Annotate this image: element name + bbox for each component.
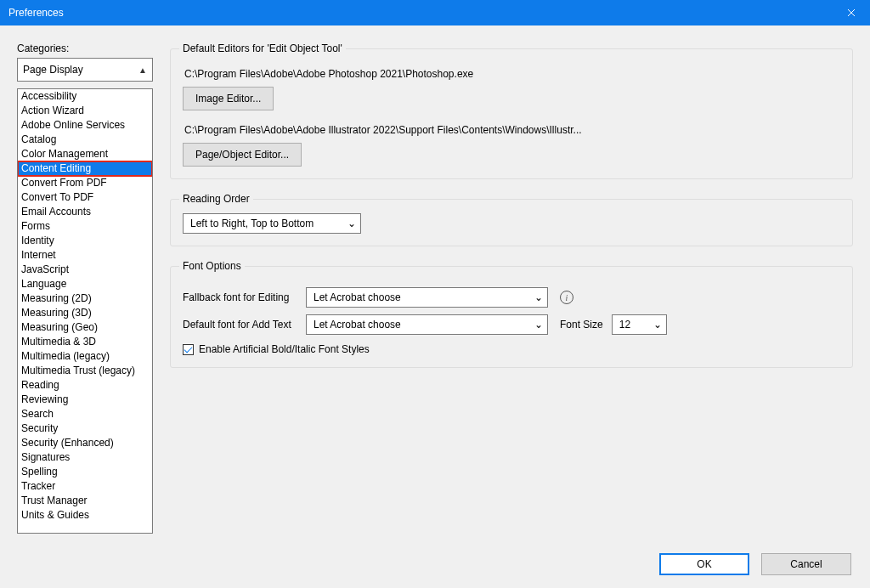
fallback-font-select[interactable]: Let Acrobat choose ⌄ bbox=[306, 287, 548, 308]
category-item[interactable]: Content Editing bbox=[18, 161, 152, 176]
reading-order-group: Reading Order Left to Right, Top to Bott… bbox=[170, 193, 853, 246]
close-button[interactable] bbox=[832, 0, 870, 25]
category-item[interactable]: Convert To PDF bbox=[18, 190, 152, 205]
page-object-editor-button[interactable]: Page/Object Editor... bbox=[183, 143, 302, 167]
category-item[interactable]: Identity bbox=[18, 234, 152, 248]
category-item[interactable]: Signatures bbox=[18, 450, 152, 465]
close-icon bbox=[847, 8, 856, 17]
font-options-legend: Font Options bbox=[179, 260, 245, 272]
chevron-down-icon: ⌄ bbox=[532, 319, 545, 331]
cancel-button[interactable]: Cancel bbox=[761, 553, 851, 575]
chevron-down-icon: ⌄ bbox=[532, 291, 545, 303]
category-item[interactable]: Color Management bbox=[18, 147, 152, 161]
category-item[interactable]: Trust Manager bbox=[18, 494, 152, 508]
default-font-select[interactable]: Let Acrobat choose ⌄ bbox=[306, 314, 548, 335]
category-item[interactable]: Search bbox=[18, 407, 152, 421]
category-item[interactable]: Multimedia Trust (legacy) bbox=[18, 364, 152, 378]
chevron-down-icon: ⌄ bbox=[651, 319, 664, 331]
fallback-font-row: Fallback font for Editing Let Acrobat ch… bbox=[183, 287, 840, 308]
dialog-body: Categories: Page Display ▲ Accessibility… bbox=[0, 25, 870, 540]
categories-label: Categories: bbox=[17, 42, 153, 54]
reading-order-legend: Reading Order bbox=[179, 193, 253, 205]
category-item[interactable]: Reading bbox=[18, 378, 152, 393]
enable-artificial-checkbox[interactable] bbox=[183, 344, 194, 355]
category-item[interactable]: Email Accounts bbox=[18, 205, 152, 219]
reading-order-select[interactable]: Left to Right, Top to Bottom ⌄ bbox=[183, 213, 361, 234]
default-font-label: Default font for Add Text bbox=[183, 319, 306, 331]
page-display-value: Page Display bbox=[23, 64, 83, 76]
fallback-font-value: Let Acrobat choose bbox=[314, 291, 401, 303]
category-item[interactable]: Measuring (Geo) bbox=[18, 320, 152, 335]
category-item[interactable]: Action Wizard bbox=[18, 104, 152, 118]
category-item[interactable]: Language bbox=[18, 277, 152, 291]
window-title: Preferences bbox=[8, 7, 64, 19]
category-item[interactable]: Units & Guides bbox=[18, 508, 152, 523]
chevron-down-icon: ⌄ bbox=[345, 218, 359, 229]
enable-artificial-label: Enable Artificial Bold/Italic Font Style… bbox=[199, 343, 370, 355]
image-editor-button[interactable]: Image Editor... bbox=[183, 87, 274, 110]
category-item[interactable]: Tracker bbox=[18, 479, 152, 494]
default-font-row: Default font for Add Text Let Acrobat ch… bbox=[183, 314, 840, 335]
enable-artificial-row: Enable Artificial Bold/Italic Font Style… bbox=[183, 343, 840, 355]
category-item[interactable]: Security (Enhanced) bbox=[18, 436, 152, 450]
font-options-group: Font Options Fallback font for Editing L… bbox=[170, 260, 853, 368]
category-item[interactable]: Security bbox=[18, 421, 152, 436]
category-item[interactable]: Internet bbox=[18, 248, 152, 263]
reading-order-value: Left to Right, Top to Bottom bbox=[190, 218, 314, 229]
category-item[interactable]: Multimedia (legacy) bbox=[18, 349, 152, 364]
category-item[interactable]: Reviewing bbox=[18, 393, 152, 407]
categories-list[interactable]: AccessibilityAction WizardAdobe Online S… bbox=[17, 88, 153, 534]
default-editors-group: Default Editors for 'Edit Object Tool' C… bbox=[170, 42, 853, 179]
categories-panel: Categories: Page Display ▲ Accessibility… bbox=[17, 42, 153, 540]
ok-button[interactable]: OK bbox=[659, 553, 749, 575]
category-item[interactable]: Multimedia & 3D bbox=[18, 335, 152, 349]
default-font-value: Let Acrobat choose bbox=[314, 319, 401, 331]
font-size-select[interactable]: 12 ⌄ bbox=[612, 314, 667, 335]
category-item[interactable]: Accessibility bbox=[18, 89, 152, 104]
category-item[interactable]: Spelling bbox=[18, 465, 152, 479]
image-editor-path: C:\Program Files\Adobe\Adobe Photoshop 2… bbox=[184, 68, 840, 80]
category-item[interactable]: Forms bbox=[18, 219, 152, 234]
dialog-footer: OK Cancel bbox=[0, 540, 870, 588]
titlebar: Preferences bbox=[0, 0, 870, 25]
category-item[interactable]: Catalog bbox=[18, 133, 152, 147]
category-item[interactable]: Convert From PDF bbox=[18, 176, 152, 190]
category-item[interactable]: Adobe Online Services bbox=[18, 118, 152, 133]
category-item[interactable]: Measuring (3D) bbox=[18, 306, 152, 320]
page-editor-path: C:\Program Files\Adobe\Adobe Illustrator… bbox=[184, 124, 840, 136]
category-item[interactable]: Measuring (2D) bbox=[18, 291, 152, 306]
page-display-dropdown[interactable]: Page Display ▲ bbox=[17, 58, 153, 82]
font-size-label: Font Size bbox=[560, 319, 603, 331]
default-editors-legend: Default Editors for 'Edit Object Tool' bbox=[179, 42, 346, 54]
info-icon[interactable]: i bbox=[560, 291, 573, 304]
settings-panel: Default Editors for 'Edit Object Tool' C… bbox=[170, 42, 853, 540]
font-size-value: 12 bbox=[619, 319, 630, 331]
category-item[interactable]: JavaScript bbox=[18, 263, 152, 277]
chevron-up-icon: ▲ bbox=[138, 65, 147, 75]
fallback-font-label: Fallback font for Editing bbox=[183, 291, 306, 303]
